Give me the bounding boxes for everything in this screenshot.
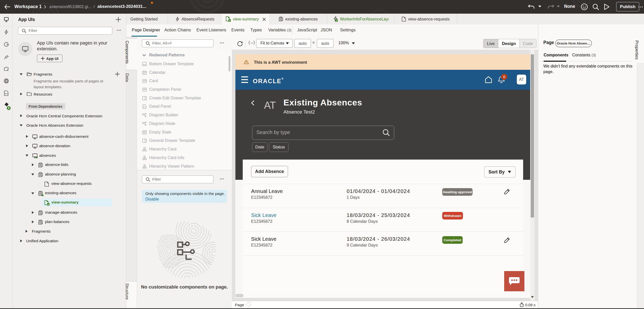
- svg-text:U: U: [336, 19, 337, 22]
- svg-text:U: U: [229, 19, 230, 22]
- svg-text:8: 8: [8, 106, 10, 109]
- svg-text:U: U: [48, 203, 49, 206]
